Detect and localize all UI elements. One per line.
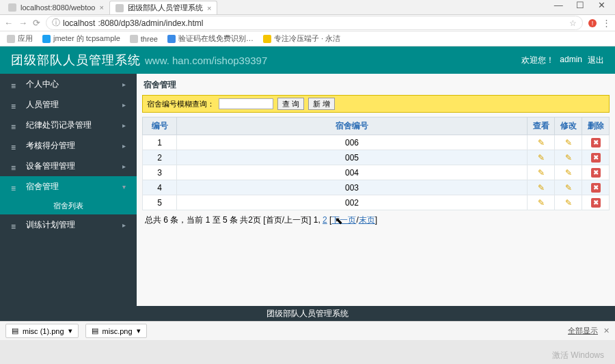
edit-icon[interactable]: ✎ — [564, 198, 573, 208]
bookmark-item[interactable]: three — [130, 35, 158, 43]
close-tab-icon[interactable]: × — [99, 3, 103, 12]
delete-icon[interactable]: ✖ — [591, 138, 601, 148]
logout-link[interactable]: 退出 — [588, 55, 604, 66]
delete-icon[interactable]: ✖ — [591, 153, 601, 163]
window-controls: — ☐ ✕ — [549, 0, 611, 10]
delete-icon[interactable]: ✖ — [591, 168, 601, 178]
add-button[interactable]: 新 增 — [308, 98, 335, 110]
sidebar-item-personnel[interactable]: 人员管理▸ — [0, 94, 137, 115]
chevron-down-icon[interactable]: ▾ — [137, 326, 141, 335]
col-edit: 修改 — [555, 117, 582, 135]
site-info-icon[interactable]: ⓘ — [52, 17, 60, 29]
chevron-right-icon: ▸ — [122, 101, 126, 109]
view-icon[interactable]: ✎ — [536, 153, 546, 163]
col-index: 编号 — [143, 117, 177, 135]
windows-activation-watermark: 激活 Windows — [552, 350, 604, 361]
extension-badge-icon[interactable]: ! — [588, 19, 597, 27]
browser-tab-1[interactable]: 团级部队人员管理系统 × — [109, 1, 217, 14]
chevron-right-icon: ▸ — [122, 163, 126, 170]
url-host: localhost — [63, 18, 95, 28]
tab-label: 团级部队人员管理系统 — [128, 3, 203, 13]
table-row: 3004✎✎✖ — [143, 165, 610, 180]
breadcrumb: 宿舍管理 — [144, 79, 608, 91]
sidebar-item-discipline[interactable]: 纪律处罚记录管理▸ — [0, 115, 137, 135]
window-minimize-button[interactable]: — — [554, 0, 563, 10]
close-shelf-button[interactable]: ✕ — [603, 326, 610, 335]
app-banner: 团级部队人员管理系统 www. han.com/ishop39397 欢迎您！ … — [0, 46, 615, 74]
bookmarks-bar: 应用 jmeter 的 tcpsample three 验证码在线免费识别… 专… — [0, 31, 615, 46]
view-icon[interactable]: ✎ — [536, 168, 546, 178]
window-close-button[interactable]: ✕ — [598, 0, 605, 10]
url-path: :8080/dp38/admin/index.html — [98, 18, 203, 28]
menu-icon — [11, 184, 20, 189]
cell-index: 3 — [143, 165, 177, 180]
chevron-down-icon[interactable]: ▾ — [68, 326, 72, 335]
bookmark-star-icon[interactable]: ☆ — [569, 18, 577, 28]
chevron-down-icon: ▾ — [122, 183, 126, 191]
cell-index: 1 — [143, 135, 177, 150]
menu-icon — [11, 122, 20, 128]
bookmark-item[interactable]: 专注冷压端子 · 永洁 — [263, 33, 340, 44]
search-input[interactable] — [219, 98, 273, 109]
pager-last[interactable]: 末页 — [359, 215, 375, 225]
nav-reload-button[interactable]: ⟳ — [33, 18, 40, 28]
browser-tab-0[interactable]: localhost:8080/webtoo × — [3, 1, 109, 14]
col-del: 删除 — [582, 117, 610, 135]
cell-index: 4 — [143, 180, 177, 195]
chevron-right-icon: ▸ — [122, 122, 126, 129]
edit-icon[interactable]: ✎ — [564, 168, 573, 178]
tab-favicon — [8, 3, 16, 12]
close-tab-icon[interactable]: × — [207, 4, 211, 12]
welcome-label: 欢迎您！ — [521, 55, 554, 66]
cell-index: 2 — [143, 150, 177, 165]
sidebar-item-personal[interactable]: 个人中心▸ — [0, 74, 137, 94]
edit-icon[interactable]: ✎ — [564, 153, 573, 163]
data-table: 编号 宿舍编号 查看 修改 删除 1006✎✎✖2005✎✎✖3004✎✎✖40… — [142, 117, 610, 210]
app-subtitle: www. han.com/ishop39397 — [145, 55, 267, 66]
edit-icon[interactable]: ✎ — [564, 183, 573, 193]
download-item[interactable]: ▤ misc (1).png ▾ — [5, 324, 79, 338]
cell-index: 5 — [143, 195, 177, 210]
show-all-downloads-link[interactable]: 全部显示 — [568, 326, 598, 336]
chevron-right-icon: ▸ — [122, 142, 126, 150]
chevron-right-icon: ▸ — [122, 221, 126, 229]
apps-icon — [7, 35, 15, 43]
cell-code: 003 — [177, 180, 528, 195]
search-button[interactable]: 查 询 — [277, 98, 304, 110]
menu-icon — [11, 143, 20, 148]
window-maximize-button[interactable]: ☐ — [576, 0, 584, 10]
bookmark-item[interactable]: jmeter 的 tcpsample — [42, 33, 120, 44]
bookmark-icon — [263, 35, 271, 43]
pager-page-2[interactable]: 2 — [323, 215, 327, 225]
view-icon[interactable]: ✎ — [536, 198, 546, 208]
delete-icon[interactable]: ✖ — [591, 198, 601, 208]
nav-back-button[interactable]: ← — [4, 18, 13, 28]
edit-icon[interactable]: ✎ — [564, 138, 573, 148]
chevron-right-icon: ▸ — [122, 81, 126, 88]
sidebar-subitem-dorm-list[interactable]: 宿舍列表 — [0, 197, 137, 214]
view-icon[interactable]: ✎ — [536, 183, 546, 193]
current-user[interactable]: admin — [560, 55, 582, 66]
view-icon[interactable]: ✎ — [536, 138, 546, 148]
bookmark-item[interactable]: 验证码在线免费识别… — [167, 33, 254, 44]
cell-code: 005 — [177, 150, 528, 165]
app-title: 团级部队人员管理系统 — [11, 52, 141, 68]
sidebar-item-score[interactable]: 考核得分管理▸ — [0, 135, 137, 156]
sidebar-item-equipment[interactable]: 设备管理管理▸ — [0, 156, 137, 176]
bookmark-icon — [167, 35, 176, 43]
download-item[interactable]: ▤ misc.png ▾ — [85, 324, 147, 338]
address-bar[interactable]: ⓘ localhost:8080/dp38/admin/index.html ☆ — [46, 16, 583, 30]
delete-icon[interactable]: ✖ — [591, 183, 601, 193]
sidebar-item-dorm[interactable]: 宿舍管理▾ — [0, 176, 137, 197]
pager-next[interactable]: 下一页 — [331, 215, 356, 225]
address-bar-row: ← → ⟳ ⓘ localhost:8080/dp38/admin/index.… — [0, 15, 615, 31]
col-code: 宿舍编号 — [177, 117, 528, 135]
browser-menu-button[interactable]: ⋮ — [602, 18, 611, 28]
apps-shortcut[interactable]: 应用 — [7, 33, 33, 44]
download-shelf: ▤ misc (1).png ▾ ▤ misc.png ▾ 全部显示 ✕ — [0, 321, 615, 340]
cell-code: 002 — [177, 195, 528, 210]
table-row: 2005✎✎✖ — [143, 150, 610, 165]
nav-forward-button[interactable]: → — [18, 18, 27, 28]
sidebar-item-training[interactable]: 训练计划管理▸ — [0, 214, 137, 235]
menu-icon — [11, 102, 20, 107]
